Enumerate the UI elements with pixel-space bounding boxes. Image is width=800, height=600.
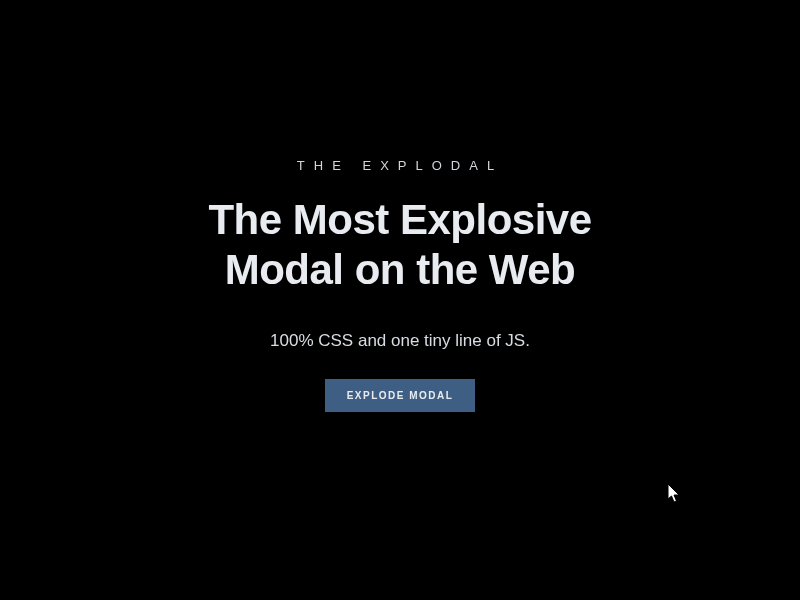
cursor-icon [668,484,682,504]
subheadline: 100% CSS and one tiny line of JS. [208,331,591,351]
eyebrow-text: THE EXPLODAL [208,158,591,173]
headline: The Most Explosive Modal on the Web [208,195,591,294]
hero-section: THE EXPLODAL The Most Explosive Modal on… [208,158,591,411]
headline-line-2: Modal on the Web [225,246,576,293]
headline-line-1: The Most Explosive [208,196,591,243]
explode-modal-button[interactable]: EXPLODE MODAL [325,379,476,412]
